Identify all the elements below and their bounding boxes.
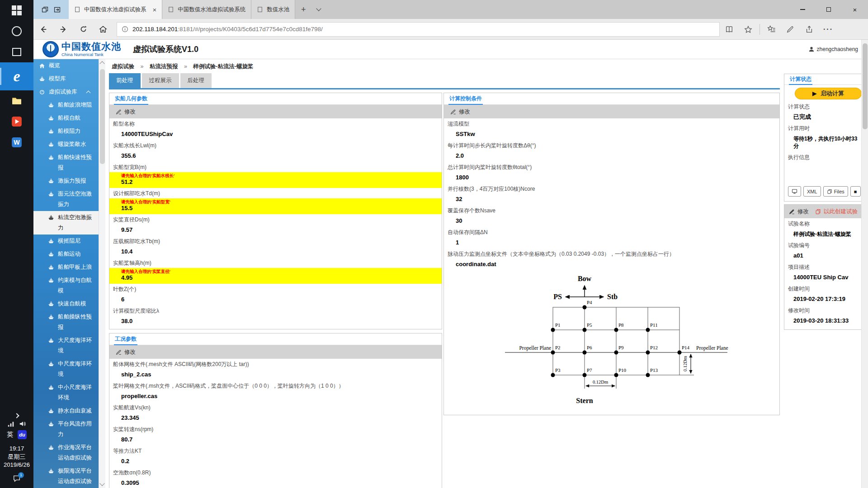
xml-button[interactable]: XML bbox=[803, 186, 821, 197]
start-button[interactable] bbox=[0, 0, 33, 21]
sidebar-item-platform-wind-current[interactable]: 平台风流作用力 bbox=[33, 418, 99, 441]
sidebar-item-small-scale-ocean[interactable]: 中小尺度海洋环境 bbox=[33, 381, 99, 404]
home-button[interactable] bbox=[93, 19, 113, 40]
hub-button[interactable] bbox=[762, 19, 781, 40]
page-scrollbar[interactable] bbox=[861, 40, 868, 488]
sidebar-item-extreme-seastate-platform[interactable]: 极限海况平台运动虚拟试验 bbox=[33, 465, 99, 488]
baidu-ime-icon[interactable]: du bbox=[18, 430, 27, 439]
ship-icon bbox=[48, 301, 54, 307]
scrollbar-thumb[interactable] bbox=[863, 43, 868, 129]
tab-process-display[interactable]: 过程展示 bbox=[142, 73, 179, 88]
tab-preprocess[interactable]: 前处理 bbox=[109, 73, 141, 88]
network-icon[interactable] bbox=[7, 420, 14, 427]
minimize-button[interactable] bbox=[789, 0, 816, 19]
sidebar-item-propeller-open-water[interactable]: 螺旋桨敞水 bbox=[33, 138, 99, 151]
back-button[interactable] bbox=[33, 19, 53, 40]
action-center-button[interactable]: 1 bbox=[13, 474, 21, 484]
share-button[interactable] bbox=[800, 19, 819, 40]
task-view-button[interactable] bbox=[0, 42, 33, 62]
status-buttons: XML Files ■ bbox=[784, 182, 861, 201]
control-panel: 计算控制条件 修改 湍流模型SSTkw 每计算时间步长内桨叶旋转度数Δθ(°)2… bbox=[443, 93, 780, 415]
speaker-icon[interactable] bbox=[19, 420, 26, 427]
sidebar-item-model-self-propulsion[interactable]: 船模自航 bbox=[33, 112, 99, 125]
url-input[interactable]: 202.118.184.201:8181/#/projects/K0403/5c… bbox=[117, 22, 720, 37]
reading-view-button[interactable] bbox=[720, 19, 739, 40]
field-ship-name: 船型名称14000TEUShipCav bbox=[109, 118, 442, 140]
task-view-icon bbox=[12, 48, 21, 56]
edit-geometry-button[interactable]: 修改 bbox=[116, 108, 136, 116]
sidebar-item-speed-prediction[interactable]: 船舶快速性预报 bbox=[33, 151, 99, 174]
username: zhengchaosheng bbox=[817, 46, 858, 52]
sidebar-item-excitation-force[interactable]: 激振力预报 bbox=[33, 174, 99, 188]
ship-icon bbox=[48, 141, 54, 148]
breadcrumb-viscous-method[interactable]: 粘流法预报 bbox=[150, 63, 178, 70]
edit-condition-button[interactable]: 修改 bbox=[116, 348, 136, 356]
files-button[interactable]: Files bbox=[823, 186, 848, 197]
show-hidden-icons-chevron[interactable] bbox=[14, 413, 19, 418]
close-button[interactable]: × bbox=[842, 0, 868, 19]
maximize-button[interactable] bbox=[816, 0, 842, 19]
sidebar-item-wave-added-resistance[interactable]: 船舶波浪增阻 bbox=[33, 99, 99, 112]
stop-button[interactable]: ■ bbox=[850, 186, 861, 197]
scroll-down-arrow-icon[interactable] bbox=[99, 481, 104, 486]
sidebar-item-operating-seastate-platform[interactable]: 作业海况平台运动虚拟试验 bbox=[33, 441, 99, 465]
sidebar-item-constrained-model[interactable]: 约束模与自航模 bbox=[33, 274, 99, 297]
cortana-button[interactable] bbox=[0, 21, 33, 42]
sidebar-scrollbar[interactable] bbox=[99, 59, 105, 488]
tab-postprocess[interactable]: 后处理 bbox=[180, 73, 212, 88]
point-label: P6 bbox=[587, 345, 592, 350]
sidebar-item-viscous-cavitation-active[interactable]: 粘流空泡激振力 bbox=[33, 211, 99, 235]
tab-title: 中国数值水池虚拟试验系 bbox=[84, 6, 146, 14]
sidebar-item-meso-scale-ocean[interactable]: 中尺度海洋环境 bbox=[33, 357, 99, 381]
edge-taskbar-button[interactable]: e bbox=[0, 62, 33, 90]
browser-tab-2[interactable]: 中国数值水池虚拟试验系统 bbox=[162, 0, 251, 19]
tab-list-chevron[interactable] bbox=[311, 0, 326, 19]
breadcrumb-virtual-test[interactable]: 虚拟试验 bbox=[112, 63, 134, 70]
sidebar-item-maneuverability[interactable]: 船舶操纵性预报 bbox=[33, 310, 99, 334]
hub-icon bbox=[767, 25, 776, 33]
sidebar-item-overview[interactable]: 概览 bbox=[33, 59, 99, 72]
favorite-button[interactable] bbox=[739, 19, 758, 40]
pencil-icon bbox=[789, 209, 795, 215]
sidebar-item-virtual-test-library[interactable]: 虚拟试验库 bbox=[33, 85, 99, 99]
ime-indicator[interactable]: 英 bbox=[7, 431, 13, 439]
pinned-app-red-button[interactable] bbox=[0, 111, 33, 132]
edit-test-button[interactable]: 修改 bbox=[789, 208, 809, 216]
sidebar-item-model-resistance[interactable]: 船模阻力 bbox=[33, 125, 99, 138]
scrollbar-thumb[interactable] bbox=[100, 69, 105, 164]
sidebar-item-deck-wetness[interactable]: 船舶甲板上浪 bbox=[33, 261, 99, 274]
settings-more-button[interactable]: ··· bbox=[819, 19, 838, 40]
file-explorer-button[interactable] bbox=[0, 90, 33, 111]
pinned-app-w-button[interactable] bbox=[0, 132, 33, 153]
browser-tab-3[interactable]: 数值水池 bbox=[251, 0, 295, 19]
sidebar-item-panel-method-cavitation[interactable]: 面元法空泡激振力 bbox=[33, 188, 99, 211]
sidebar-item-fast-self-propelled[interactable]: 快速自航模 bbox=[33, 297, 99, 310]
browser-tab-active[interactable]: 中国数值水池虚拟试验系 × bbox=[69, 0, 162, 19]
ps-label: PS bbox=[553, 293, 562, 300]
sidebar-item-large-scale-ocean[interactable]: 大尺度海洋环境 bbox=[33, 334, 99, 357]
start-computation-button[interactable]: ▶ 启动计算 bbox=[795, 88, 861, 99]
page-title: 虚拟试验系统V1.0 bbox=[133, 44, 198, 55]
ship-icon bbox=[48, 445, 54, 451]
new-tab-button[interactable]: + bbox=[295, 0, 311, 19]
site-info-icon[interactable] bbox=[122, 26, 128, 33]
point-label: P8 bbox=[618, 322, 624, 328]
sidebar-item-roll-damping[interactable]: 横摇阻尼 bbox=[33, 235, 99, 248]
refresh-button[interactable] bbox=[73, 19, 93, 40]
scroll-up-arrow-icon[interactable] bbox=[99, 61, 104, 66]
edit-control-button[interactable]: 修改 bbox=[450, 108, 470, 116]
set-tabs-aside-icon[interactable] bbox=[41, 6, 49, 14]
taskbar-clock[interactable]: 19:17 星期三 2019/6/26 bbox=[4, 445, 30, 469]
forward-button[interactable] bbox=[53, 19, 73, 40]
sidebar-item-still-water-decay[interactable]: 静水自由衰减 bbox=[33, 404, 99, 418]
user-menu[interactable]: zhengchaosheng bbox=[808, 46, 858, 52]
web-note-button[interactable] bbox=[781, 19, 800, 40]
monitor-button[interactable] bbox=[788, 186, 801, 197]
ship-icon bbox=[48, 128, 54, 135]
sidebar-item-model-library[interactable]: 模型库 bbox=[33, 72, 99, 85]
tab-close-icon[interactable]: × bbox=[153, 6, 157, 14]
sidebar-item-ship-motion[interactable]: 船舶运动 bbox=[33, 248, 99, 261]
clone-test-button[interactable]: 以此创建试验 bbox=[815, 208, 858, 216]
restore-tabs-icon[interactable] bbox=[53, 6, 61, 14]
field-ballast-draft: 压载艉部吃水Tb(m)10.4 bbox=[109, 236, 442, 258]
